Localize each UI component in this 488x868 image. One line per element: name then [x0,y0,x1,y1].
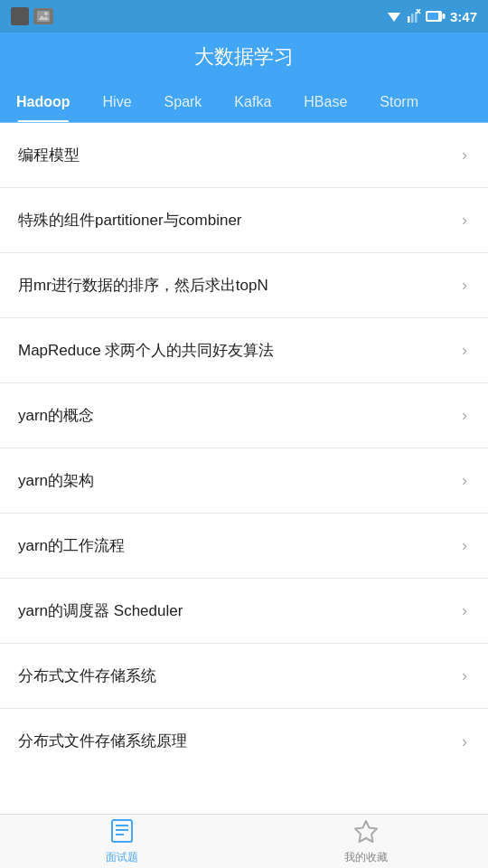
status-bar: 3:47 [0,0,488,33]
chevron-right-icon: › [455,472,474,490]
svg-point-2 [44,12,48,15]
tab-hadoop[interactable]: Hadoop [0,81,87,123]
status-time: 3:47 [450,9,477,24]
chevron-right-icon: › [455,342,474,360]
battery-icon [426,10,446,23]
chevron-right-icon: › [455,277,474,295]
tab-hive[interactable]: Hive [87,81,148,123]
list-item[interactable]: 分布式文件存储系统原理 › [0,709,488,774]
tab-hbase[interactable]: HBase [287,81,363,123]
svg-rect-10 [442,14,445,19]
app-icon-image [33,8,53,24]
wifi-icon [386,9,402,24]
list-item[interactable]: 用mr进行数据的排序，然后求出topN › [0,253,488,318]
list-item[interactable]: yarn的概念 › [0,383,488,448]
list-item[interactable]: MapReduce 求两个人的共同好友算法 › [0,318,488,383]
chevron-right-icon: › [455,407,474,425]
favorites-icon [353,818,379,847]
chevron-right-icon: › [455,732,474,750]
tab-spark[interactable]: Spark [148,81,219,123]
svg-marker-16 [355,821,377,842]
nav-label-interview: 面试题 [106,850,138,865]
svg-rect-5 [411,14,414,23]
top-bar: 大数据学习 [0,33,488,81]
tab-kafka[interactable]: Kafka [218,81,287,123]
svg-rect-0 [37,11,50,22]
nav-item-favorites[interactable]: 我的收藏 [244,815,488,868]
chevron-right-icon: › [455,146,474,165]
list-item[interactable]: 分布式文件存储系统 › [0,644,488,709]
chevron-right-icon: › [455,602,474,620]
list-item[interactable]: 编程模型 › [0,123,488,188]
list-item[interactable]: yarn的工作流程 › [0,514,488,579]
app-icon-square [11,7,29,25]
list-item[interactable]: yarn的调度器 Scheduler › [0,579,488,644]
list-item[interactable]: 特殊的组件partitioner与combiner › [0,188,488,253]
chevron-right-icon: › [455,667,474,685]
svg-rect-11 [427,13,438,20]
list-container: 编程模型 › 特殊的组件partitioner与combiner › 用mr进行… [0,123,488,814]
nav-item-interview[interactable]: 面试题 [0,815,244,868]
svg-rect-4 [408,16,410,23]
tab-bar: Hadoop Hive Spark Kafka HBase Storm [0,81,488,123]
chevron-right-icon: › [455,537,474,555]
chevron-right-icon: › [455,212,474,230]
bottom-nav: 面试题 我的收藏 [0,814,488,868]
list-item[interactable]: yarn的架构 › [0,448,488,514]
svg-marker-3 [388,13,400,22]
page-title: 大数据学习 [194,43,294,71]
nav-label-favorites: 我的收藏 [344,850,388,865]
tab-storm[interactable]: Storm [363,81,435,123]
status-icons: 3:47 [386,9,477,24]
interview-icon [109,818,135,847]
signal-icon [407,9,421,24]
